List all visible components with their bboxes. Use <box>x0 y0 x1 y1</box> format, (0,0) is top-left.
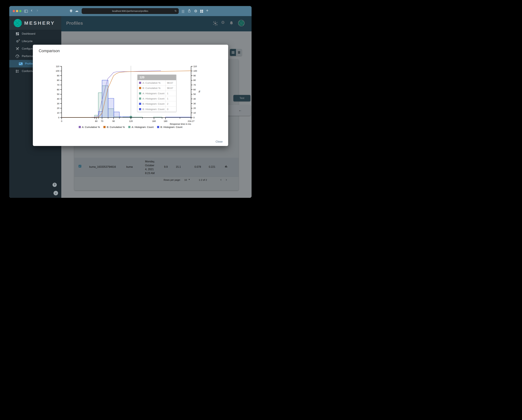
chart-tooltip: 120 A: Cumulative %98.67 B: Cumulative %… <box>138 75 176 112</box>
tooltip-swatch <box>139 92 141 94</box>
svg-text:90: 90 <box>193 75 196 77</box>
tooltip-row: B: Histogram: Count0 <box>138 106 176 112</box>
legend-swatch <box>79 126 81 128</box>
svg-text:20: 20 <box>57 107 59 109</box>
sidebar-item-label: Lifecycle <box>22 40 32 43</box>
svg-text:80: 80 <box>193 79 196 82</box>
share-icon[interactable] <box>188 9 191 14</box>
modal-title: Comparison <box>39 49 60 53</box>
svg-text:60: 60 <box>95 120 97 122</box>
svg-text:70: 70 <box>57 84 59 86</box>
svg-text:120: 120 <box>129 120 133 122</box>
svg-text:80: 80 <box>57 79 59 82</box>
legend-item[interactable]: B: Cumulative % <box>103 126 125 128</box>
tooltip-row: A: Histogram: Count1 <box>138 96 176 101</box>
svg-text:0: 0 <box>61 120 62 122</box>
chart-legend: A: Cumulative % B: Cumulative % A: Histo… <box>33 126 228 128</box>
svg-text:10: 10 <box>193 112 196 114</box>
comparison-chart: 0010102020303040405050606070708080909010… <box>33 45 228 146</box>
zoom-window-button[interactable] <box>19 10 22 12</box>
address-bar[interactable]: localhost:9081/performance/profiles ↻ <box>82 8 179 14</box>
minimize-window-button[interactable] <box>16 10 18 12</box>
svg-text:0: 0 <box>58 116 59 119</box>
browser-window: ‹ › ☁ localhost:9081/performance/profile… <box>9 6 252 198</box>
svg-text:90: 90 <box>112 120 115 122</box>
browser-toolbar: ‹ › ☁ localhost:9081/performance/profile… <box>9 6 252 16</box>
legend-item[interactable]: A: Histogram: Count <box>128 126 154 128</box>
svg-text:40: 40 <box>57 98 59 100</box>
tooltip-row: A: Histogram: Count1 <box>138 91 176 96</box>
close-button[interactable]: Close <box>216 140 223 143</box>
svg-text:110: 110 <box>193 65 197 68</box>
close-window-button[interactable] <box>13 10 15 12</box>
refresh-icon[interactable]: ↻ <box>175 8 177 14</box>
tab-overview-icon[interactable] <box>200 9 203 14</box>
profiles-card-icon <box>19 62 23 65</box>
legend-swatch <box>157 126 159 128</box>
legend-swatch <box>103 126 106 128</box>
svg-text:70: 70 <box>193 84 196 86</box>
help-button[interactable]: ? <box>53 183 57 187</box>
tooltip-row: B: Histogram: Count2 <box>138 101 176 106</box>
legend-item[interactable]: A: Cumulative % <box>79 126 100 128</box>
svg-text:50: 50 <box>57 93 59 95</box>
settings-gear-icon[interactable]: ⚙ <box>194 9 197 13</box>
svg-text:30: 30 <box>193 102 196 105</box>
tooltip-swatch <box>139 82 141 84</box>
dashboard-icon <box>15 32 19 35</box>
collapse-sidebar-button[interactable]: ‹ <box>54 191 58 195</box>
svg-text:60: 60 <box>193 88 196 91</box>
url-text: localhost:9081/performance/profiles <box>112 10 148 12</box>
svg-text:40: 40 <box>193 98 196 100</box>
svg-text:60: 60 <box>57 88 59 91</box>
svg-text:10: 10 <box>57 112 59 114</box>
comparison-modal: Comparison 00101020203030404050506060707… <box>33 45 228 146</box>
forward-button[interactable]: › <box>37 8 38 13</box>
lifecycle-gears-icon: ⚙⚙ <box>15 39 19 43</box>
svg-text:30: 30 <box>57 102 59 105</box>
meshery-logo-icon <box>14 19 22 27</box>
tools-icon <box>15 47 19 50</box>
legend-swatch <box>128 126 130 128</box>
sidebar-item-dashboard[interactable]: Dashboard <box>9 30 61 38</box>
svg-text:50: 50 <box>193 93 196 95</box>
new-tab-icon[interactable]: + <box>206 8 208 13</box>
svg-text:224.27: 224.27 <box>188 120 194 122</box>
tooltip-swatch <box>139 87 141 89</box>
x-axis-label: Response time in ms <box>33 123 191 125</box>
conformance-checklist-icon <box>15 70 19 73</box>
app-logo-text: MESHERY <box>24 20 55 26</box>
tooltip-row: A: Cumulative %98.67 <box>138 80 176 85</box>
smp-speedometer-icon: SMP <box>15 55 19 58</box>
svg-text:100: 100 <box>193 70 197 72</box>
meshery-logo[interactable]: MESHERY <box>9 16 61 30</box>
svg-text:90: 90 <box>57 75 59 77</box>
sidebar-item-lifecycle[interactable]: ⚙⚙ Lifecycle <box>9 38 61 45</box>
svg-text:160: 160 <box>152 120 156 122</box>
tooltip-row: B: Cumulative %98.67 <box>138 85 176 90</box>
svg-text:SMP: SMP <box>16 57 19 58</box>
svg-text:180: 180 <box>164 120 168 122</box>
y-axis-right-label: % <box>198 90 201 92</box>
tooltip-header: 120 <box>138 75 176 80</box>
svg-text:100: 100 <box>56 70 59 72</box>
privacy-shield-icon[interactable] <box>70 9 72 14</box>
sidebar-toggle-icon[interactable] <box>24 9 28 14</box>
svg-text:110: 110 <box>56 65 59 68</box>
tooltip-swatch <box>139 98 141 100</box>
back-button[interactable]: ‹ <box>31 8 32 13</box>
tab-groups-icon[interactable] <box>182 10 184 14</box>
sidebar-item-label: Dashboard <box>22 32 35 35</box>
svg-text:0: 0 <box>193 116 195 119</box>
tooltip-swatch <box>139 108 141 110</box>
svg-text:70: 70 <box>101 120 103 122</box>
tooltip-swatch <box>139 103 141 105</box>
cloud-icon[interactable]: ☁ <box>75 8 78 13</box>
legend-item[interactable]: B: Histogram: Count <box>157 126 182 128</box>
svg-text:20: 20 <box>193 107 196 109</box>
